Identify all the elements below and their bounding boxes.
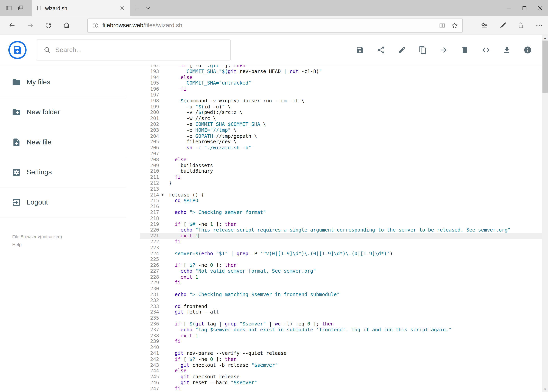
code-line[interactable]: 224 semver=$(echo "$1" | grep -P '^v(0|[… (140, 251, 548, 256)
code-line[interactable]: 247 fi (140, 385, 548, 392)
code-line[interactable]: 238 exit 1 (140, 333, 548, 339)
code-line[interactable]: 236 if [ $(git tag | grep "$semver" | wc… (140, 321, 548, 327)
code-line[interactable]: 244 else (140, 368, 548, 374)
browser-tab[interactable]: wizard.sh (32, 0, 130, 16)
code-line[interactable]: 232 (140, 297, 548, 303)
code-line[interactable]: 199 -u "$(id -u)" \ (140, 104, 548, 110)
code-line[interactable]: 203 -e HOME="//tmp" \ (140, 127, 548, 133)
code-line[interactable]: 225 (140, 256, 548, 262)
code-line[interactable]: 197 (140, 92, 548, 98)
code-line[interactable]: 231 echo "> Checking matching $semver in… (140, 292, 548, 297)
address-bar[interactable]: filebrowser.web/files/wizard.sh (87, 18, 463, 32)
code-line[interactable]: 246 git reset --hard "$semver" (140, 380, 548, 385)
info-button[interactable] (517, 39, 538, 60)
close-button[interactable] (532, 0, 548, 16)
sidebar-item-my-files[interactable]: My files (0, 67, 126, 97)
hub-favorites-button[interactable] (475, 16, 493, 35)
code-line[interactable]: 221 exit 1 (140, 233, 548, 239)
code-line[interactable]: 208 else (140, 157, 548, 162)
code-line[interactable]: 202 -e COMMIT_SHA=$COMMIT_SHA \ (140, 121, 548, 127)
web-note-button[interactable] (493, 16, 512, 35)
delete-button[interactable] (454, 39, 475, 60)
code-line[interactable]: 212} (140, 180, 548, 186)
code-line[interactable]: 243 git checkout -b release "$semver" (140, 362, 548, 368)
code-line[interactable]: 229 fi (140, 280, 548, 286)
code-line[interactable]: 204 -e GOPATH=//tmp/gopath \ (140, 133, 548, 139)
code-line[interactable]: 245 git checkout release (140, 374, 548, 380)
save-button[interactable] (349, 39, 370, 60)
help-link[interactable]: Help (12, 242, 22, 247)
more-options-button[interactable] (530, 16, 548, 35)
code-line[interactable]: 234 git fetch --all (140, 309, 548, 315)
tab-close-icon[interactable] (118, 4, 127, 12)
sidebar-item-logout[interactable]: Logout (0, 187, 126, 217)
code-line[interactable]: 217 echo "> Checking semver format" (140, 210, 548, 215)
code-line[interactable]: 215 cd $REPO (140, 198, 548, 203)
code-line[interactable]: 230 (140, 286, 548, 292)
code-line[interactable]: 196 fi (140, 86, 548, 92)
code-line[interactable]: 210 buildBinary (140, 168, 548, 174)
code-line[interactable]: 214release () { (140, 192, 548, 198)
code-line[interactable]: 228 exit 1 (140, 274, 548, 280)
home-button[interactable] (57, 16, 76, 35)
code-line[interactable]: 219 if [ $# -ne 1 ]; then (140, 221, 548, 227)
code-line[interactable]: 207 (140, 151, 548, 157)
scroll-down-arrow-icon[interactable]: ▼ (542, 386, 548, 392)
code-line[interactable]: 222 fi (140, 239, 548, 245)
copy-button[interactable] (412, 39, 433, 60)
sidebar-item-new-folder[interactable]: New folder (0, 97, 126, 127)
url-text[interactable]: filebrowser.web/files/wizard.sh (102, 22, 436, 29)
minimize-button[interactable] (501, 0, 516, 16)
code-line[interactable]: 198 $(command -v winpty) docker run --rm… (140, 98, 548, 104)
rename-button[interactable] (391, 39, 412, 60)
move-button[interactable] (433, 39, 454, 60)
code-line[interactable]: 195 COMMIT_SHA="untracked" (140, 80, 548, 86)
refresh-button[interactable] (39, 16, 57, 35)
code-line[interactable]: 226 if [ $? -ne 0 ]; then (140, 262, 548, 268)
code-view-button[interactable] (475, 39, 496, 60)
share-page-button[interactable] (512, 16, 530, 35)
code-line[interactable]: 192 if [ -d ".git" ]; then (140, 65, 548, 69)
vertical-scrollbar[interactable]: ▲ ▼ (542, 35, 548, 392)
code-line[interactable]: 213 (140, 186, 548, 192)
code-line[interactable]: 235 (140, 315, 548, 321)
scroll-up-arrow-icon[interactable]: ▲ (542, 35, 548, 41)
share-button[interactable] (371, 39, 391, 60)
code-line[interactable]: 242 if [ $? -ne 0 ]; then (140, 356, 548, 362)
new-tab-button[interactable] (130, 0, 142, 16)
code-line[interactable]: 193 COMMIT_SHA="$(git rev-parse HEAD | c… (140, 69, 548, 74)
back-button[interactable] (3, 16, 21, 35)
code-editor[interactable]: 192 if [ -d ".git" ]; then193 COMMIT_SHA… (126, 65, 548, 392)
code-line[interactable]: 227 echo "Not valid semver format. See s… (140, 268, 548, 274)
site-info-icon[interactable] (92, 22, 99, 29)
code-line[interactable]: 240 (140, 344, 548, 350)
forward-button[interactable] (21, 16, 39, 35)
code-line[interactable]: 218 (140, 215, 548, 221)
code-line[interactable]: 205 filebrowser/dev \ (140, 139, 548, 145)
search-box[interactable] (36, 39, 231, 60)
code-line[interactable]: 201 -w //src \ (140, 115, 548, 121)
tab-preview-chevron-button[interactable] (142, 0, 154, 16)
scrollbar-thumb[interactable] (542, 41, 548, 93)
code-line[interactable]: 237 echo "Tag $semver does not exist in … (140, 327, 548, 333)
favorite-star-button[interactable] (448, 19, 461, 32)
code-line[interactable]: 233 cd frontend (140, 303, 548, 309)
code-line[interactable]: 206 sh -c "./wizard.sh -b" (140, 145, 548, 151)
code-line[interactable]: 241 git rev-parse --verify --quiet relea… (140, 350, 548, 356)
code-line[interactable]: 239 fi (140, 339, 548, 344)
code-line[interactable]: 209 buildAssets (140, 162, 548, 168)
code-line[interactable]: 194 else (140, 74, 548, 80)
reading-view-button[interactable] (436, 19, 448, 32)
code-line[interactable]: 211 fi (140, 174, 548, 180)
set-aside-tabs-button[interactable] (3, 0, 15, 16)
search-input[interactable] (55, 46, 225, 54)
sidebar-item-new-file[interactable]: New file (0, 127, 126, 157)
fold-arrow-icon[interactable] (161, 194, 164, 196)
code-line[interactable]: 200 -v /$(pwd):/src:z \ (140, 110, 548, 115)
tabs-preview-button[interactable] (15, 0, 27, 16)
code-line[interactable]: 220 echo "This release script requires a… (140, 227, 548, 233)
sidebar-item-settings[interactable]: Settings (0, 157, 126, 188)
code-line[interactable]: 223 (140, 245, 548, 251)
download-button[interactable] (496, 39, 517, 60)
maximize-button[interactable] (516, 0, 532, 16)
